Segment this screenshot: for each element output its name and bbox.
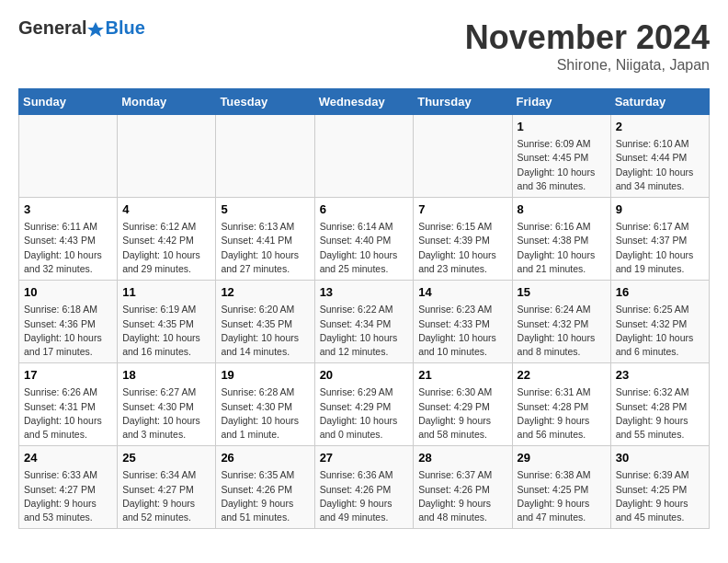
day-number: 20 <box>320 367 409 384</box>
page-title: November 2024 <box>465 18 710 57</box>
day-number: 24 <box>24 450 112 466</box>
day-header-saturday: Saturday <box>610 89 709 115</box>
calendar-cell: 10Sunrise: 6:18 AM Sunset: 4:36 PM Dayli… <box>19 281 118 363</box>
logo: GeneralBlue <box>18 18 145 38</box>
svg-marker-0 <box>87 22 104 37</box>
day-number: 25 <box>122 450 210 466</box>
day-info: Sunrise: 6:35 AM Sunset: 4:26 PM Dayligh… <box>221 468 309 524</box>
day-number: 3 <box>24 201 112 218</box>
calendar-cell: 1Sunrise: 6:09 AM Sunset: 4:45 PM Daylig… <box>512 115 610 198</box>
day-info: Sunrise: 6:38 AM Sunset: 4:25 PM Dayligh… <box>518 468 606 524</box>
day-number: 19 <box>221 367 309 384</box>
day-number: 8 <box>518 201 606 218</box>
day-info: Sunrise: 6:14 AM Sunset: 4:40 PM Dayligh… <box>320 220 409 276</box>
day-number: 9 <box>616 201 704 218</box>
calendar-cell: 22Sunrise: 6:31 AM Sunset: 4:28 PM Dayli… <box>512 363 610 446</box>
day-number: 11 <box>122 284 210 301</box>
day-number: 7 <box>418 201 506 218</box>
day-info: Sunrise: 6:15 AM Sunset: 4:39 PM Dayligh… <box>418 220 506 276</box>
day-number: 4 <box>122 201 210 218</box>
logo-blue: Blue <box>105 17 144 38</box>
day-number: 23 <box>616 367 704 384</box>
day-number: 29 <box>518 450 606 466</box>
day-number: 10 <box>24 284 112 301</box>
calendar-header: SundayMondayTuesdayWednesdayThursdayFrid… <box>19 89 710 115</box>
week-row: 17Sunrise: 6:26 AM Sunset: 4:31 PM Dayli… <box>19 363 710 446</box>
day-info: Sunrise: 6:33 AM Sunset: 4:27 PM Dayligh… <box>24 468 112 524</box>
calendar-cell <box>414 115 512 198</box>
week-row: 1Sunrise: 6:09 AM Sunset: 4:45 PM Daylig… <box>19 115 710 198</box>
day-info: Sunrise: 6:12 AM Sunset: 4:42 PM Dayligh… <box>122 220 210 276</box>
calendar-cell <box>314 115 414 198</box>
calendar-cell: 7Sunrise: 6:15 AM Sunset: 4:39 PM Daylig… <box>414 198 512 281</box>
day-number: 1 <box>518 119 606 135</box>
day-info: Sunrise: 6:25 AM Sunset: 4:32 PM Dayligh… <box>616 303 704 359</box>
day-number: 22 <box>518 367 606 384</box>
calendar-cell: 6Sunrise: 6:14 AM Sunset: 4:40 PM Daylig… <box>314 198 414 281</box>
calendar-table: SundayMondayTuesdayWednesdayThursdayFrid… <box>18 88 710 529</box>
week-row: 10Sunrise: 6:18 AM Sunset: 4:36 PM Dayli… <box>19 281 710 363</box>
calendar-cell: 17Sunrise: 6:26 AM Sunset: 4:31 PM Dayli… <box>19 363 118 446</box>
day-number: 18 <box>122 367 210 384</box>
day-number: 30 <box>616 450 704 466</box>
day-number: 5 <box>221 201 309 218</box>
day-number: 14 <box>418 284 506 301</box>
day-info: Sunrise: 6:18 AM Sunset: 4:36 PM Dayligh… <box>24 303 112 359</box>
day-number: 28 <box>418 450 506 466</box>
day-number: 27 <box>320 450 409 466</box>
day-info: Sunrise: 6:34 AM Sunset: 4:27 PM Dayligh… <box>122 468 210 524</box>
day-info: Sunrise: 6:39 AM Sunset: 4:25 PM Dayligh… <box>616 468 704 524</box>
calendar-cell: 5Sunrise: 6:13 AM Sunset: 4:41 PM Daylig… <box>216 198 314 281</box>
calendar-cell: 26Sunrise: 6:35 AM Sunset: 4:26 PM Dayli… <box>216 446 314 529</box>
day-info: Sunrise: 6:11 AM Sunset: 4:43 PM Dayligh… <box>24 220 112 276</box>
day-number: 21 <box>418 367 506 384</box>
day-info: Sunrise: 6:10 AM Sunset: 4:44 PM Dayligh… <box>616 137 704 193</box>
calendar-cell: 18Sunrise: 6:27 AM Sunset: 4:30 PM Dayli… <box>118 363 216 446</box>
week-row: 24Sunrise: 6:33 AM Sunset: 4:27 PM Dayli… <box>19 446 710 529</box>
calendar-cell: 9Sunrise: 6:17 AM Sunset: 4:37 PM Daylig… <box>610 198 709 281</box>
calendar-cell: 8Sunrise: 6:16 AM Sunset: 4:38 PM Daylig… <box>512 198 610 281</box>
calendar-cell: 4Sunrise: 6:12 AM Sunset: 4:42 PM Daylig… <box>118 198 216 281</box>
day-number: 26 <box>221 450 309 466</box>
day-header-friday: Friday <box>512 89 610 115</box>
day-info: Sunrise: 6:16 AM Sunset: 4:38 PM Dayligh… <box>518 220 606 276</box>
day-header-sunday: Sunday <box>19 89 118 115</box>
calendar-cell: 25Sunrise: 6:34 AM Sunset: 4:27 PM Dayli… <box>118 446 216 529</box>
day-info: Sunrise: 6:27 AM Sunset: 4:30 PM Dayligh… <box>122 385 210 442</box>
day-info: Sunrise: 6:24 AM Sunset: 4:32 PM Dayligh… <box>518 303 606 359</box>
day-header-wednesday: Wednesday <box>314 89 414 115</box>
calendar-cell: 11Sunrise: 6:19 AM Sunset: 4:35 PM Dayli… <box>118 281 216 363</box>
page-header: GeneralBlue November 2024 Shirone, Niiga… <box>18 18 710 74</box>
calendar-cell <box>118 115 216 198</box>
day-number: 2 <box>616 119 704 135</box>
day-number: 6 <box>320 201 409 218</box>
calendar-cell: 19Sunrise: 6:28 AM Sunset: 4:30 PM Dayli… <box>216 363 314 446</box>
logo-general: General <box>18 17 86 38</box>
calendar-cell: 24Sunrise: 6:33 AM Sunset: 4:27 PM Dayli… <box>19 446 118 529</box>
calendar-cell: 15Sunrise: 6:24 AM Sunset: 4:32 PM Dayli… <box>512 281 610 363</box>
day-info: Sunrise: 6:32 AM Sunset: 4:28 PM Dayligh… <box>616 385 704 442</box>
calendar-cell <box>216 115 314 198</box>
day-info: Sunrise: 6:20 AM Sunset: 4:35 PM Dayligh… <box>221 303 309 359</box>
calendar-cell: 30Sunrise: 6:39 AM Sunset: 4:25 PM Dayli… <box>610 446 709 529</box>
calendar-cell: 29Sunrise: 6:38 AM Sunset: 4:25 PM Dayli… <box>512 446 610 529</box>
calendar-cell: 13Sunrise: 6:22 AM Sunset: 4:34 PM Dayli… <box>314 281 414 363</box>
day-info: Sunrise: 6:31 AM Sunset: 4:28 PM Dayligh… <box>518 385 606 442</box>
day-info: Sunrise: 6:36 AM Sunset: 4:26 PM Dayligh… <box>320 468 409 524</box>
title-area: November 2024 Shirone, Niigata, Japan <box>465 18 710 74</box>
calendar-cell: 3Sunrise: 6:11 AM Sunset: 4:43 PM Daylig… <box>19 198 118 281</box>
day-header-tuesday: Tuesday <box>216 89 314 115</box>
day-info: Sunrise: 6:13 AM Sunset: 4:41 PM Dayligh… <box>221 220 309 276</box>
day-info: Sunrise: 6:37 AM Sunset: 4:26 PM Dayligh… <box>418 468 506 524</box>
day-info: Sunrise: 6:26 AM Sunset: 4:31 PM Dayligh… <box>24 385 112 442</box>
day-number: 16 <box>616 284 704 301</box>
day-header-monday: Monday <box>118 89 216 115</box>
calendar-cell: 12Sunrise: 6:20 AM Sunset: 4:35 PM Dayli… <box>216 281 314 363</box>
week-row: 3Sunrise: 6:11 AM Sunset: 4:43 PM Daylig… <box>19 198 710 281</box>
calendar-cell: 2Sunrise: 6:10 AM Sunset: 4:44 PM Daylig… <box>610 115 709 198</box>
calendar-body: 1Sunrise: 6:09 AM Sunset: 4:45 PM Daylig… <box>19 115 710 529</box>
day-info: Sunrise: 6:17 AM Sunset: 4:37 PM Dayligh… <box>616 220 704 276</box>
day-number: 12 <box>221 284 309 301</box>
day-number: 17 <box>24 367 112 384</box>
calendar-cell <box>19 115 118 198</box>
